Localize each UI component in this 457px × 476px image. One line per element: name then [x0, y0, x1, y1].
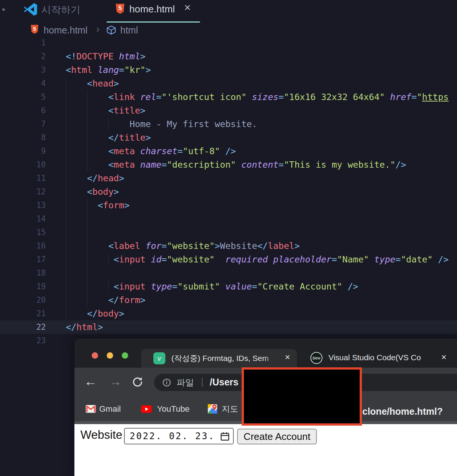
- code-line[interactable]: 17 <input id="website" required placehol…: [0, 253, 457, 266]
- maximize-window-button[interactable]: [122, 352, 128, 359]
- code-line[interactable]: 11 </head>: [0, 171, 457, 185]
- line-number: 5: [0, 90, 46, 104]
- code-line[interactable]: 18: [0, 266, 457, 280]
- code-token: meta: [113, 146, 135, 156]
- date-value: 2022. 02. 23.: [130, 431, 215, 441]
- code-line[interactable]: 14: [0, 212, 457, 226]
- code-line[interactable]: 13 <form>: [0, 199, 457, 212]
- code-token: label: [268, 241, 295, 251]
- line-number: 4: [0, 77, 46, 90]
- indent-guide: [87, 239, 88, 253]
- line-number: 8: [0, 131, 46, 144]
- date-input[interactable]: 2022. 02. 23.: [124, 428, 234, 444]
- tab-getting-started[interactable]: 시작하기: [41, 3, 80, 17]
- browser-tab-label: Visual Studio Code(VS Co: [328, 353, 437, 362]
- minimize-window-button[interactable]: [107, 352, 113, 359]
- line-number: 20: [0, 293, 46, 307]
- browser-tab-inactive[interactable]: biew Visual Studio Code(VS Co ×: [299, 349, 457, 368]
- close-icon[interactable]: ×: [285, 352, 290, 362]
- code-token: "Create Account": [257, 281, 342, 292]
- code-line[interactable]: 15: [0, 226, 457, 239]
- code-token: "submit": [177, 281, 220, 292]
- code-token: >: [140, 105, 145, 116]
- close-icon[interactable]: ×: [441, 352, 446, 362]
- code-token: =: [162, 241, 167, 251]
- code-line[interactable]: 1: [0, 36, 457, 50]
- window-dot: [2, 8, 5, 11]
- google-maps-icon: [207, 404, 218, 414]
- indent-guide: [66, 280, 66, 293]
- code-line[interactable]: 4 <head>: [0, 77, 457, 90]
- breadcrumb-file[interactable]: home.html: [44, 25, 88, 36]
- create-account-button[interactable]: Create Account: [237, 429, 317, 444]
- code-line-content: </head>: [66, 171, 124, 185]
- code-line[interactable]: 20 </form>: [0, 293, 457, 307]
- browser-titlebar: v (작성중) Formtag, IDs, Sem × biew Visual …: [74, 338, 457, 368]
- code-token: head: [98, 173, 119, 183]
- vscode-logo-icon: [23, 2, 38, 17]
- code-line[interactable]: 3<html lang="kr">: [0, 63, 457, 77]
- info-icon[interactable]: [162, 378, 171, 387]
- code-line-content: <input id="website" required placeholder…: [66, 253, 449, 266]
- close-icon[interactable]: ×: [184, 1, 191, 14]
- code-token: "utf-8": [183, 146, 220, 156]
- line-number: 12: [0, 185, 46, 199]
- back-button[interactable]: ←: [84, 373, 97, 390]
- reload-button[interactable]: [132, 376, 144, 388]
- code-line[interactable]: 21 </body>: [0, 307, 457, 320]
- code-line[interactable]: 16 <label for="website">Website</label>: [0, 239, 457, 253]
- code-line-content: <label for="website">Website</label>: [66, 239, 300, 253]
- forward-button[interactable]: →: [109, 373, 122, 390]
- code-token: <: [113, 281, 119, 292]
- code-token: <: [98, 200, 103, 211]
- code-line[interactable]: 12 <body>: [0, 185, 457, 199]
- code-line-content: <link rel="'shortcut icon" sizes="16x16 …: [66, 90, 449, 104]
- url-text: /Users: [210, 376, 238, 388]
- breadcrumb-symbol[interactable]: html: [120, 25, 138, 36]
- code-line[interactable]: 8 </title>: [0, 131, 457, 144]
- code-line[interactable]: 19 <input type="submit" value="Create Ac…: [0, 280, 457, 293]
- code-line[interactable]: 10 <meta name="description" content="Thi…: [0, 158, 457, 171]
- code-editor[interactable]: 12<!DOCTYPE html>3<html lang="kr">4 <hea…: [0, 36, 457, 347]
- code-line[interactable]: 5 <link rel="'shortcut icon" sizes="16x1…: [0, 90, 457, 104]
- code-token: >: [124, 200, 130, 211]
- code-line[interactable]: 6 <title>: [0, 104, 457, 117]
- code-token: ": [417, 92, 422, 102]
- code-line-content: <meta name="description" content="This i…: [66, 158, 406, 171]
- code-token: =: [177, 146, 183, 156]
- code-line[interactable]: 9 <meta charset="utf-8" />: [0, 144, 457, 158]
- indent-guide: [87, 226, 88, 239]
- code-line[interactable]: 7 Home - My first website.: [0, 117, 457, 131]
- code-line-content: Home - My first website.: [66, 117, 257, 131]
- close-window-button[interactable]: [92, 352, 98, 359]
- indent-guide: [66, 117, 66, 131]
- indent-guide: [66, 171, 66, 185]
- bookmark-maps[interactable]: 지도: [222, 403, 238, 415]
- code-line-content: </body>: [66, 307, 124, 320]
- code-token: input: [119, 281, 146, 292]
- indent-guide: [66, 253, 66, 266]
- indent-guide: [66, 104, 66, 117]
- redaction-box: [242, 367, 362, 426]
- bookmark-gmail[interactable]: Gmail: [99, 403, 121, 415]
- code-token: <: [87, 78, 92, 89]
- calendar-icon[interactable]: [220, 431, 230, 441]
- browser-tab-active[interactable]: v (작성중) Formtag, IDs, Sem ×: [141, 349, 297, 368]
- code-token: =: [331, 254, 337, 265]
- indent-guide: [87, 253, 88, 266]
- code-line-content: <title>: [66, 104, 145, 117]
- indent-guide: [108, 117, 109, 131]
- line-number: 23: [0, 334, 46, 347]
- code-token: >: [119, 308, 124, 319]
- code-token: href: [385, 92, 412, 102]
- code-line[interactable]: 22</html>: [0, 320, 457, 334]
- code-line-content: <!DOCTYPE html>: [66, 50, 145, 63]
- code-token: DOCTYPE: [76, 51, 113, 62]
- code-token: sizes: [247, 92, 278, 102]
- code-line[interactable]: 2<!DOCTYPE html>: [0, 50, 457, 63]
- code-token: meta: [113, 159, 135, 170]
- tab-home-html[interactable]: home.html: [129, 3, 175, 15]
- code-token: =: [252, 281, 257, 292]
- code-token: "'shortcut icon": [162, 92, 247, 102]
- bookmark-youtube[interactable]: YouTube: [157, 403, 189, 415]
